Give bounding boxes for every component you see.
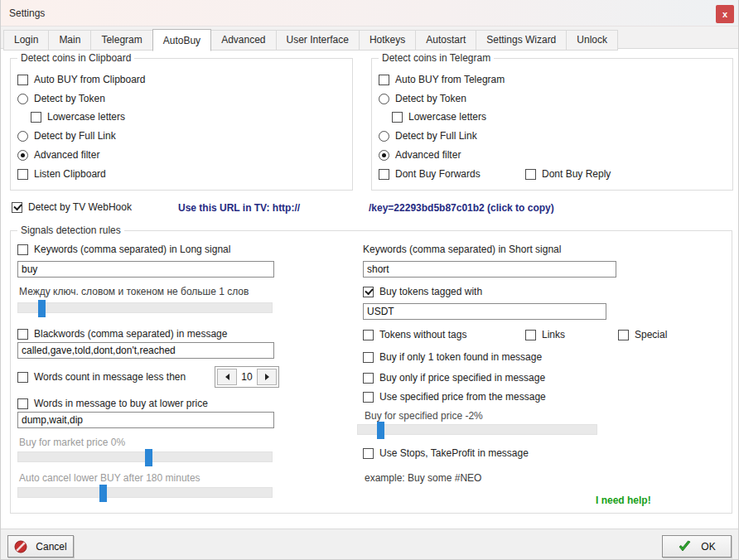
checkbox-icon — [363, 352, 374, 363]
checkbox-icon — [17, 372, 28, 383]
checkbox-label: Special — [635, 329, 667, 340]
one-token-only-checkbox[interactable]: Buy if only 1 token found in message — [363, 351, 542, 363]
ok-button-label: OK — [701, 541, 715, 553]
checkbox-icon — [31, 112, 41, 123]
detect-tv-webhook-checkbox[interactable]: Detect by TV WebHook — [12, 201, 132, 213]
telegram-detect-by-token-radio[interactable]: Detect by Token — [379, 93, 466, 104]
cancel-icon — [14, 540, 27, 553]
tab-settings-wizard[interactable]: Settings Wizard — [476, 30, 567, 51]
keywords-short-input[interactable] — [363, 261, 616, 278]
ok-button[interactable]: OK — [662, 535, 732, 558]
radio-label: Detect by Token — [395, 93, 466, 104]
checkbox-label: Words in message to buy at lower price — [34, 398, 208, 409]
words-count-checkbox[interactable]: Words count in message less then — [17, 371, 186, 383]
radio-selected-icon — [379, 150, 389, 161]
telegram-detect-by-full-link-radio[interactable]: Detect by Full Link — [379, 130, 477, 142]
dont-buy-reply-checkbox[interactable]: Dont Buy Reply — [525, 168, 611, 180]
checkbox-icon — [17, 75, 28, 85]
words-count-spinner: 10 — [215, 366, 279, 388]
checkbox-icon — [363, 392, 374, 403]
clipboard-advanced-filter-radio[interactable]: Advanced filter — [17, 149, 99, 161]
radio-label: Detect by Full Link — [395, 130, 477, 142]
webhook-url-prefix: Use this URL in TV: http:// — [178, 202, 300, 214]
buy-tokens-tagged-checkbox[interactable]: Buy tokens tagged with — [363, 286, 482, 297]
close-icon[interactable]: x — [716, 5, 734, 23]
telegram-advanced-filter-radio[interactable]: Advanced filter — [379, 149, 461, 161]
checkbox-label: Auto BUY from Clipboard — [34, 74, 146, 85]
tab-unlock[interactable]: Unlock — [566, 30, 618, 51]
checkbox-icon — [17, 244, 28, 255]
tab-autostart[interactable]: Autostart — [415, 30, 476, 51]
ok-check-icon — [678, 540, 693, 553]
clipboard-lowercase-checkbox[interactable]: Lowercase letters — [31, 111, 125, 123]
dont-buy-forwards-checkbox[interactable]: Dont Buy Forwards — [379, 168, 481, 180]
title-bar: Settings x — [1, 0, 738, 27]
checkbox-label: Dont Buy Forwards — [395, 168, 481, 180]
clipboard-detect-by-token-radio[interactable]: Detect by Token — [17, 93, 105, 104]
clipboard-detect-by-full-link-radio[interactable]: Detect by Full Link — [17, 130, 116, 142]
checkbox-label: Lowercase letters — [47, 111, 125, 123]
checkbox-label: Links — [542, 329, 565, 340]
checkbox-label: Auto BUY from Telegram — [395, 74, 505, 85]
checkbox-label: Buy tokens tagged with — [379, 286, 482, 297]
checkbox-icon — [363, 448, 374, 459]
checkbox-checked-icon — [363, 287, 374, 297]
spinner-increment-button[interactable] — [257, 369, 277, 385]
auto-buy-telegram-checkbox[interactable]: Auto BUY from Telegram — [379, 74, 505, 85]
market-price-slider[interactable] — [17, 451, 273, 462]
webhook-url-key-copy-link[interactable]: /key=22293bd5b87c01b2 (click to copy) — [369, 202, 554, 214]
telegram-lowercase-checkbox[interactable]: Lowercase letters — [392, 111, 486, 123]
tab-bar: Login Main Telegram AutoBuy Advanced Use… — [1, 27, 738, 49]
tab-autobuy[interactable]: AutoBuy — [152, 29, 211, 51]
keywords-long-input[interactable] — [17, 261, 274, 278]
blackwords-checkbox[interactable]: Blackwords (comma separated) in message — [17, 328, 227, 340]
special-checkbox[interactable]: Special — [618, 329, 667, 340]
checkbox-label: Dont Buy Reply — [542, 168, 611, 180]
tab-advanced[interactable]: Advanced — [210, 30, 276, 51]
checkbox-icon — [525, 330, 536, 340]
cancel-button[interactable]: Cancel — [7, 535, 74, 558]
between-words-slider[interactable] — [17, 302, 273, 313]
auto-cancel-label: Auto cancel lower BUY after 180 minutes — [19, 472, 200, 484]
listen-clipboard-checkbox[interactable]: Listen Clipboard — [17, 168, 106, 180]
links-checkbox[interactable]: Links — [525, 329, 565, 340]
use-stops-takeprofit-checkbox[interactable]: Use Stops, TakeProfit in message — [363, 447, 529, 459]
telegram-groupbox: Detect coins in Telegram Auto BUY from T… — [371, 58, 733, 191]
checkbox-icon — [17, 169, 28, 180]
radio-label: Detect by Token — [34, 93, 105, 104]
price-specified-checkbox[interactable]: Buy only if price specified in message — [363, 372, 545, 384]
tab-hotkeys[interactable]: Hotkeys — [359, 30, 416, 51]
window-title: Settings — [9, 7, 45, 19]
tab-user-interface[interactable]: User Interface — [276, 30, 360, 51]
checkbox-icon — [392, 112, 403, 123]
tab-main[interactable]: Main — [48, 30, 91, 51]
tagged-with-input[interactable] — [363, 303, 606, 320]
auto-buy-clipboard-checkbox[interactable]: Auto BUY from Clipboard — [17, 74, 146, 85]
checkbox-label: Buy only if price specified in message — [379, 372, 545, 384]
words-lower-price-input[interactable] — [17, 412, 274, 428]
checkbox-checked-icon — [12, 202, 22, 213]
radio-icon — [17, 94, 28, 104]
cancel-button-label: Cancel — [36, 541, 66, 553]
keywords-short-label: Keywords (comma separated) in Short sign… — [363, 244, 561, 255]
checkbox-icon — [525, 169, 536, 180]
auto-cancel-slider[interactable] — [17, 487, 273, 498]
slider-thumb[interactable] — [145, 449, 152, 466]
keywords-long-checkbox[interactable]: Keywords (comma separated) in Long signa… — [17, 244, 230, 255]
slider-thumb[interactable] — [99, 485, 107, 502]
tokens-without-tags-checkbox[interactable]: Tokens without tags — [363, 329, 466, 340]
clipboard-group-title: Detect coins in Clipboard — [17, 52, 134, 64]
radio-icon — [17, 131, 28, 142]
spinner-decrement-button[interactable] — [217, 369, 237, 385]
telegram-group-title: Detect coins in Telegram — [379, 52, 494, 64]
slider-thumb[interactable] — [377, 422, 384, 439]
specified-price-slider[interactable] — [357, 424, 597, 435]
tab-login[interactable]: Login — [3, 30, 49, 51]
words-lower-price-checkbox[interactable]: Words in message to buy at lower price — [17, 398, 208, 409]
tab-telegram[interactable]: Telegram — [90, 30, 152, 51]
need-help-link[interactable]: I need help! — [596, 495, 651, 506]
blackwords-input[interactable] — [17, 342, 274, 359]
slider-thumb[interactable] — [38, 300, 46, 317]
checkbox-icon — [17, 398, 28, 409]
use-specified-price-checkbox[interactable]: Use specified price from the message — [363, 391, 546, 403]
